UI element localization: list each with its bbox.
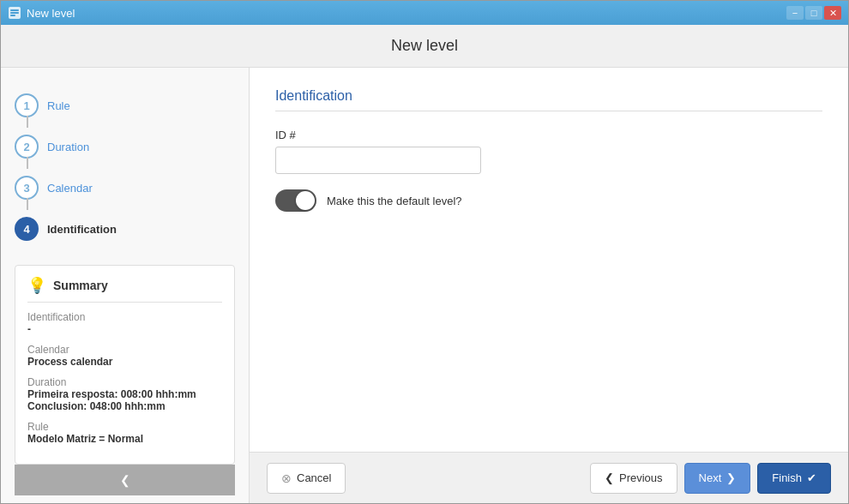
bulb-icon: 💡 (27, 276, 46, 295)
summary-identification-value: - (27, 323, 222, 335)
step-item-rule[interactable]: 1 Rule (15, 85, 235, 126)
cancel-label: Cancel (297, 471, 331, 484)
svg-rect-2 (10, 12, 19, 14)
app-icon (8, 6, 21, 20)
next-label: Next (699, 471, 722, 484)
window-title: New level (391, 37, 458, 54)
close-button[interactable]: ✕ (824, 6, 841, 20)
summary-calendar-label: Calendar (27, 344, 222, 356)
finish-button[interactable]: Finish ✔ (757, 463, 831, 494)
finish-label: Finish (772, 471, 802, 484)
toggle-knob (296, 191, 315, 210)
restore-button[interactable]: □ (805, 6, 822, 20)
title-bar-controls: − □ ✕ (786, 6, 841, 20)
summary-box: 💡 Summary Identification - Calendar Proc… (15, 265, 235, 465)
step-item-identification[interactable]: 4 Identification (15, 208, 235, 249)
summary-header: 💡 Summary (27, 276, 222, 295)
step-label-identification: Identification (47, 223, 117, 236)
sidebar-collapse-button[interactable]: ❮ (15, 465, 235, 495)
main-content: Identification ID # Make this the defaul… (250, 68, 848, 503)
id-label: ID # (275, 129, 822, 141)
step-label-calendar: Calendar (47, 182, 93, 195)
cancel-icon: ⊗ (281, 471, 292, 485)
step-item-calendar[interactable]: 3 Calendar (15, 167, 235, 208)
window-header: New level (1, 25, 848, 68)
summary-title: Summary (53, 279, 108, 292)
main-form: Identification ID # Make this the defaul… (250, 68, 848, 452)
summary-duration: Duration Primeira resposta: 008:00 hhh:m… (27, 376, 222, 412)
previous-label: Previous (619, 471, 663, 484)
summary-divider (27, 302, 222, 303)
title-bar-text: New level (27, 7, 75, 20)
summary-calendar: Calendar Process calendar (27, 344, 222, 368)
toggle-row: Make this the default level? (275, 189, 822, 212)
summary-duration-value1: Primeira resposta: 008:00 hhh:mm (27, 388, 222, 400)
id-input[interactable] (275, 147, 481, 174)
step-circle-2: 2 (15, 135, 39, 159)
step-label-rule: Rule (47, 99, 70, 112)
next-icon: ❯ (726, 471, 736, 484)
main-window: New level − □ ✕ New level 1 Rule (0, 0, 849, 504)
step-link-calendar[interactable]: Calendar (47, 182, 93, 195)
summary-identification-label: Identification (27, 311, 222, 323)
previous-icon: ❮ (605, 471, 614, 484)
previous-button[interactable]: ❮ Previous (590, 463, 677, 494)
finish-icon: ✔ (807, 471, 816, 484)
id-form-group: ID # (275, 129, 822, 174)
title-bar: New level − □ ✕ (1, 1, 848, 25)
footer-left: ⊗ Cancel (267, 463, 346, 494)
default-level-toggle[interactable] (275, 189, 316, 212)
summary-identification: Identification - (27, 311, 222, 335)
summary-duration-label: Duration (27, 376, 222, 388)
collapse-icon: ❮ (120, 473, 130, 487)
summary-rule-label: Rule (27, 421, 222, 433)
next-button[interactable]: Next ❯ (684, 463, 751, 494)
steps-list: 1 Rule 2 Duration 3 Calendar (15, 85, 235, 249)
svg-rect-3 (10, 15, 15, 16)
footer-right: ❮ Previous Next ❯ Finish ✔ (590, 463, 831, 494)
footer-bar: ⊗ Cancel ❮ Previous Next ❯ Finish (250, 452, 848, 503)
step-label-duration: Duration (47, 141, 89, 153)
step-link-duration[interactable]: Duration (47, 141, 89, 153)
toggle-label: Make this the default level? (327, 195, 462, 207)
step-link-rule[interactable]: Rule (47, 99, 70, 112)
step-circle-1: 1 (15, 93, 39, 117)
cancel-button[interactable]: ⊗ Cancel (267, 463, 346, 494)
summary-calendar-value: Process calendar (27, 356, 222, 368)
summary-rule-value: Modelo Matriz = Normal (27, 433, 222, 445)
title-bar-left: New level (8, 6, 75, 20)
sidebar: 1 Rule 2 Duration 3 Calendar (1, 68, 250, 503)
step-item-duration[interactable]: 2 Duration (15, 126, 235, 167)
minimize-button[interactable]: − (786, 6, 804, 20)
section-title: Identification (275, 88, 822, 111)
window-body: 1 Rule 2 Duration 3 Calendar (1, 68, 848, 503)
step-circle-3: 3 (15, 176, 39, 200)
summary-rule: Rule Modelo Matriz = Normal (27, 421, 222, 445)
svg-rect-1 (10, 9, 19, 11)
step-circle-4: 4 (15, 217, 39, 241)
summary-duration-value2: Conclusion: 048:00 hhh:mm (27, 400, 222, 412)
